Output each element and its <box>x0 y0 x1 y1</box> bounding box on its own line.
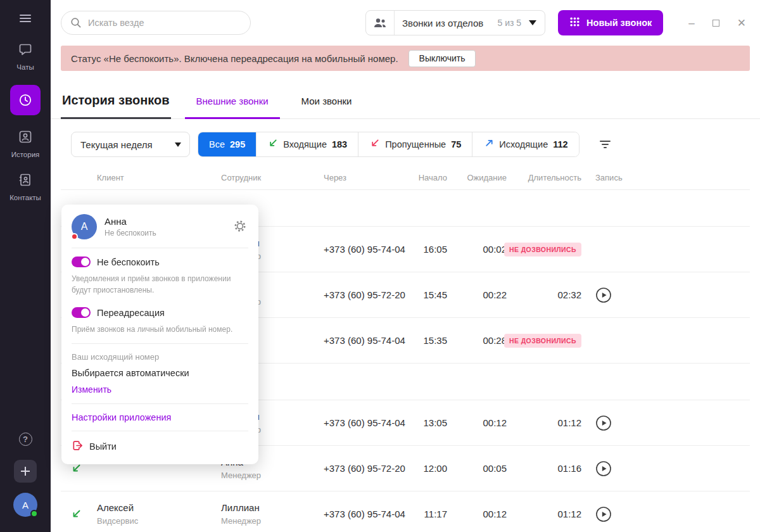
duration: 01:12 <box>557 417 581 428</box>
dnd-toggle-block: Не беспокоить Уведомления и приём звонко… <box>72 256 248 296</box>
sidebar-item-chats[interactable]: Чаты <box>0 42 51 71</box>
dnd-status-dot <box>71 233 78 240</box>
banner-text: Статус «Не беспокоить». Включена переадр… <box>71 53 398 64</box>
close-icon: ✕ <box>737 17 746 29</box>
forwarding-toggle[interactable] <box>72 307 91 318</box>
maximize-icon <box>712 20 719 27</box>
play-button[interactable] <box>595 460 612 477</box>
segment-count: 75 <box>451 139 461 149</box>
search-input[interactable] <box>61 11 251 35</box>
wait-time: 00:12 <box>447 417 507 428</box>
turn-off-dnd-button[interactable]: Выключить <box>408 50 476 67</box>
avatar-letter: А <box>22 500 28 510</box>
outgoing-call-icon <box>483 138 494 151</box>
dropdown-divider <box>394 11 395 35</box>
client-company: Видсервис <box>97 516 212 526</box>
call-row[interactable]: АлексейВидсервис ЛиллианМенеджер +373 (6… <box>61 491 750 532</box>
duration: 01:16 <box>557 463 581 474</box>
wait-time: 00:22 <box>447 289 507 300</box>
profile-info: Анна Не беспокоить <box>104 216 232 238</box>
avatar-letter: А <box>81 221 88 232</box>
segment-all[interactable]: Все 295 <box>198 132 256 156</box>
profile-name: Анна <box>104 216 232 227</box>
duration: 02:32 <box>557 289 581 300</box>
column-client: Клиент <box>91 173 212 182</box>
via-number: +373 (60) 95-74-04 <box>313 509 408 519</box>
close-button[interactable]: ✕ <box>736 16 747 30</box>
toggle-description: Уведомления и приём звонков в приложении… <box>72 273 248 296</box>
column-record: Запись <box>581 173 750 182</box>
menu-toggle-button[interactable] <box>16 9 35 28</box>
change-number-link[interactable]: Изменить <box>72 384 111 395</box>
department-filter-count: 5 из 5 <box>497 18 521 28</box>
toggle-label: Переадресация <box>97 308 165 318</box>
settings-gear-button[interactable] <box>232 218 248 236</box>
sidebar-item-label: История <box>11 151 40 158</box>
tab-external-calls[interactable]: Внешние звонки <box>185 96 280 119</box>
play-button[interactable] <box>595 506 612 522</box>
new-call-label: Новый звонок <box>586 18 652 28</box>
add-button[interactable] <box>14 460 37 483</box>
segment-count: 183 <box>332 139 347 149</box>
topbar: Звонки из отделов 5 из 5 Новый звонок – … <box>51 0 760 46</box>
maximize-button[interactable] <box>711 16 721 30</box>
person-card-icon <box>18 129 33 147</box>
sidebar-avatar[interactable]: А <box>13 493 37 517</box>
column-via: Через <box>313 173 408 182</box>
sidebar-item-contacts[interactable]: Контакты <box>0 172 51 201</box>
divider <box>72 248 248 248</box>
app-settings-link[interactable]: Настройки приложения <box>72 412 248 422</box>
profile-popup: А Анна Не беспокоить Не беспокоить Уведо… <box>61 205 258 464</box>
toggle-description: Приём звонков на личный мобильный номер. <box>72 324 248 335</box>
segment-outgoing[interactable]: Исходящие 112 <box>472 132 578 156</box>
profile-popup-header: А Анна Не беспокоить <box>72 214 248 239</box>
segment-missed[interactable]: Пропущенные 75 <box>358 132 472 156</box>
employee-role: Менеджер <box>221 471 313 480</box>
sidebar-item-call-history-active[interactable] <box>0 85 51 115</box>
missed-badge: НЕ ДОЗВОНИЛИСЬ <box>504 243 581 256</box>
history-clock-icon <box>10 85 41 115</box>
sort-filter-button[interactable] <box>597 136 613 153</box>
chat-icon <box>18 42 33 60</box>
tab-my-calls[interactable]: Мои звонки <box>290 96 364 119</box>
profile-status: Не беспокоить <box>104 229 232 238</box>
column-duration: Длительность <box>507 173 581 182</box>
column-start: Начало <box>408 173 447 182</box>
logout-button[interactable]: Выйти <box>72 440 248 453</box>
wait-time: 00:12 <box>447 509 507 519</box>
department-filter-dropdown[interactable]: Звонки из отделов 5 из 5 <box>365 10 545 35</box>
start-time: 16:05 <box>408 244 447 255</box>
new-call-button[interactable]: Новый звонок <box>558 10 663 35</box>
sidebar-item-label: Контакты <box>10 194 41 201</box>
column-wait: Ожидание <box>447 173 507 182</box>
call-type-segments: Все 295 Входящие 183 Пропущенные <box>198 132 580 157</box>
sidebar-item-history[interactable]: История <box>0 129 51 158</box>
play-button[interactable] <box>595 287 612 303</box>
segment-label: Все <box>209 139 225 149</box>
page-header: История звонков Внешние звонки Мои звонк… <box>51 84 760 119</box>
segment-label: Пропущенные <box>385 139 446 149</box>
missed-badge: НЕ ДОЗВОНИЛИСЬ <box>504 334 581 348</box>
via-number: +373 (60) 95-74-04 <box>313 244 408 255</box>
outgoing-number-label: Ваш исходящий номер <box>72 352 248 362</box>
period-dropdown[interactable]: Текущая неделя <box>71 132 190 157</box>
start-time: 15:35 <box>408 335 447 346</box>
dialpad-icon <box>569 16 580 29</box>
sidebar-item-label: Чаты <box>16 63 34 71</box>
people-icon <box>366 16 394 29</box>
help-icon <box>19 433 32 446</box>
profile-avatar: А <box>72 214 97 239</box>
dnd-toggle[interactable] <box>72 256 91 267</box>
employee-role: Менеджер <box>221 516 313 526</box>
segment-label: Входящие <box>283 139 327 149</box>
start-time: 11:17 <box>408 509 447 519</box>
help-button[interactable] <box>0 433 51 446</box>
minimize-button[interactable]: – <box>687 16 695 30</box>
table-header: Клиент Сотрудник Через Начало Ожидание Д… <box>61 166 750 190</box>
logout-label: Выйти <box>89 441 117 452</box>
play-button[interactable] <box>595 415 612 431</box>
dnd-status-banner: Статус «Не беспокоить». Включена переадр… <box>61 46 750 71</box>
period-value: Текущая неделя <box>80 139 153 150</box>
online-status-dot <box>30 510 38 517</box>
segment-incoming[interactable]: Входящие 183 <box>256 132 358 156</box>
